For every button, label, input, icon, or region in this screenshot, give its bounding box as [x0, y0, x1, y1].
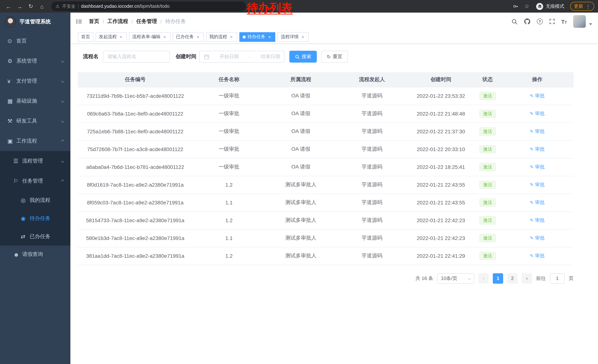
approve-link[interactable]: ✎审批 [530, 128, 545, 135]
cell-create-time: 2022-01-21 22:42:23 [407, 211, 474, 229]
close-icon[interactable]: × [229, 34, 234, 39]
approve-link[interactable]: ✎审批 [530, 146, 545, 153]
workflow-submenu: ☰ 流程管理 ⚐ 任务管理 ◎ 我的流程 ◉ 待办任务 ⇄ 已办任务 [0, 151, 70, 245]
chevron-down-icon[interactable] [589, 23, 592, 25]
tag-home[interactable]: 首页 [78, 32, 93, 42]
approve-label: 审批 [535, 252, 545, 259]
sidebar-item-label: 工作流程 [16, 138, 37, 145]
approve-link[interactable]: ✎审批 [530, 199, 545, 206]
address-bar[interactable]: ⚠ 不安全 dashboard.yudao.iocoder.cn/bpm/tas… [51, 1, 246, 11]
approve-label: 审批 [535, 93, 545, 99]
sidebar-item-payment-mgmt[interactable]: ¥ 支付管理 [0, 71, 70, 91]
breadcrumb-home[interactable]: 首页 [89, 18, 99, 25]
cell-process: OA 请假 [265, 140, 336, 158]
sidebar-item-label: 我的流程 [30, 197, 50, 203]
create-time-range-picker[interactable]: 开始日期 - 结束日期 [199, 51, 284, 63]
help-icon[interactable]: ? [537, 18, 543, 24]
logo-image [5, 16, 16, 27]
breadcrumb-workflow[interactable]: 工作流程 [108, 18, 128, 25]
sidebar-item-process-mgmt[interactable]: ☰ 流程管理 [0, 151, 70, 171]
user-avatar[interactable] [573, 15, 586, 28]
top-navbar: 首页 / 工作流程 / 任务管理 / 待办任务 ? [70, 13, 598, 30]
app-logo[interactable]: 芋道管理系统 [0, 13, 70, 31]
browser-update-button[interactable]: 更新 ⋮ [570, 2, 594, 11]
sidebar-item-infrastructure[interactable]: ▦ 基础设施 [0, 91, 70, 111]
cell-create-time: 2022-01-22 21:48:48 [407, 105, 474, 122]
tag-start-process[interactable]: 发起流程 × [96, 32, 127, 42]
sidebar-item-workflow[interactable]: ▣ 工作流程 [0, 131, 70, 151]
tag-done-tasks[interactable]: 已办任务 × [173, 32, 204, 42]
cell-initiator: 芋道源码 [336, 105, 407, 122]
tag-label: 待办任务 [248, 34, 265, 40]
close-icon[interactable]: × [196, 34, 200, 39]
table-row: 75d72608-7b7f-11ec-a3c8-acde48001122 一级审… [78, 140, 573, 158]
sidebar-item-label: 系统管理 [16, 58, 37, 65]
sidebar-item-todo-tasks[interactable]: ◉ 待办任务 [0, 209, 70, 227]
close-icon[interactable]: × [119, 34, 123, 39]
tag-process-form-edit[interactable]: 流程表单-编辑 × [129, 32, 170, 42]
page-size-select[interactable]: 10条/页 [437, 273, 474, 283]
pagination: 共 16 条 10条/页 ‹ 1 2 › 前往 1 页 [78, 273, 573, 283]
search-icon[interactable] [511, 18, 517, 25]
close-icon[interactable]: × [267, 34, 272, 39]
process-name-label: 流程名 [83, 53, 99, 60]
approve-link[interactable]: ✎审批 [530, 217, 545, 224]
approve-link[interactable]: ✎审批 [530, 164, 545, 170]
cell-status: 激活 [474, 87, 501, 105]
table-row: 58154733-7ac8-11ec-a9e2-a2380e71991a 1.2… [78, 211, 573, 229]
update-label: 更新 [574, 3, 583, 9]
sidebar-item-home[interactable]: ⊙ 首页 [0, 31, 70, 51]
approve-link[interactable]: ✎审批 [530, 252, 545, 259]
approve-link[interactable]: ✎审批 [530, 235, 545, 242]
security-label: 不安全 [62, 3, 75, 9]
goto-page-input[interactable]: 1 [550, 273, 565, 283]
sidebar-item-label: 待办任务 [30, 215, 50, 222]
close-icon[interactable]: × [162, 34, 167, 39]
prev-page-button[interactable]: ‹ [478, 273, 489, 283]
tag-todo-tasks[interactable]: 待办任务 × [239, 32, 275, 42]
browser-forward-icon[interactable]: → [15, 1, 25, 11]
approve-link[interactable]: ✎审批 [530, 110, 545, 117]
sidebar-item-leave-query[interactable]: ☻ 请假查询 [0, 245, 70, 263]
cell-status: 激活 [474, 194, 501, 211]
page-button-1[interactable]: 1 [493, 273, 503, 283]
sidebar-toggle-icon[interactable] [70, 13, 88, 30]
sidebar-item-my-process[interactable]: ◎ 我的流程 [0, 191, 70, 209]
process-name-input[interactable]: 请输入流程名 [103, 51, 170, 63]
github-icon[interactable] [524, 18, 530, 25]
cell-create-time: 2022-01-21 22:42:23 [407, 229, 474, 247]
tag-process-detail[interactable]: 流程详情 × [277, 32, 309, 42]
sidebar-item-task-mgmt[interactable]: ⚐ 任务管理 [0, 171, 70, 191]
navbar-actions: ? TT [511, 15, 592, 28]
approve-link[interactable]: ✎审批 [530, 93, 545, 99]
tag-my-process[interactable]: 我的流程 × [206, 32, 237, 42]
approve-link[interactable]: ✎审批 [530, 181, 545, 188]
sidebar-item-done-tasks[interactable]: ⇄ 已办任务 [0, 227, 70, 245]
url-domain: dashboard.yudao.iocoder.cn [81, 4, 139, 9]
font-size-icon[interactable]: TT [561, 19, 567, 24]
tag-label: 已办任务 [176, 34, 194, 40]
breadcrumb-task-mgmt[interactable]: 任务管理 [136, 18, 157, 25]
chevron-up-icon [61, 140, 64, 143]
search-button[interactable]: 搜索 [289, 51, 317, 63]
sidebar-item-system-mgmt[interactable]: ⚙ 系统管理 [0, 51, 70, 71]
status-badge: 激活 [479, 110, 496, 118]
edit-icon: ✎ [530, 129, 533, 134]
refresh-icon: ↻ [327, 54, 331, 59]
browser-back-icon[interactable]: ← [4, 1, 13, 11]
cell-process: 测试多审批人 [265, 229, 336, 247]
bookmark-star-icon[interactable]: ☆ [522, 1, 532, 11]
browser-home-icon[interactable]: ⌂ [37, 1, 47, 11]
status-badge: 激活 [479, 127, 496, 136]
edit-icon: ✎ [530, 93, 533, 98]
fullscreen-icon[interactable] [549, 18, 555, 24]
page-button-2[interactable]: 2 [507, 273, 518, 283]
browser-menu-icon[interactable]: ⋮ [586, 4, 590, 9]
browser-reload-icon[interactable]: ↻ [26, 1, 36, 11]
sidebar-item-dev-tools[interactable]: ⚒ 研发工具 [0, 111, 70, 131]
reset-button[interactable]: ↻ 重置 [321, 51, 348, 63]
password-key-icon[interactable] [511, 1, 521, 11]
chevron-down-icon [61, 100, 64, 103]
close-icon[interactable]: × [300, 34, 305, 39]
next-page-button[interactable]: › [522, 273, 532, 283]
